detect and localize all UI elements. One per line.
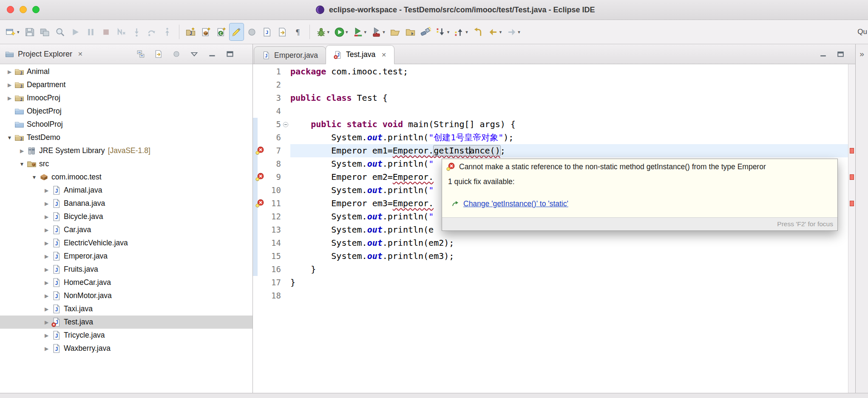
tree-item-animal[interactable]: ▶JAnimal — [0, 65, 252, 78]
code-line-3[interactable]: 3public class Test { — [253, 91, 855, 105]
next-annotation-button[interactable]: ▾ — [434, 23, 452, 41]
code-line-2[interactable]: 2 — [253, 78, 855, 91]
resume-button[interactable] — [68, 23, 83, 41]
maximize-view-icon[interactable] — [836, 50, 845, 59]
code-text[interactable]: public static void main(String[] args) { — [290, 118, 855, 131]
tree-item-car-java[interactable]: ▶JCar.java — [0, 223, 252, 236]
link-with-editor-icon[interactable] — [154, 49, 163, 59]
step-over-button[interactable] — [145, 23, 159, 41]
tab-emperor-java[interactable]: JEmperor.java — [254, 46, 326, 64]
code-text[interactable] — [290, 78, 855, 91]
expand-arrow-icon[interactable]: ▶ — [42, 333, 51, 338]
expand-arrow-icon[interactable]: ▶ — [42, 201, 51, 207]
coverage-button[interactable]: ▾ — [351, 23, 369, 41]
code-text[interactable]: Emperor em1=Emperor.getInstance(); — [290, 144, 855, 157]
code-line-15[interactable]: 15 System.out.println(em3); — [253, 250, 855, 263]
view-menu-icon[interactable] — [190, 49, 199, 59]
new-java-project-button[interactable]: J — [183, 23, 198, 41]
new-java-package-button[interactable] — [199, 23, 213, 41]
collapse-arrow-icon[interactable]: ▼ — [30, 174, 39, 180]
tree-item-banana-java[interactable]: ▶JBanana.java — [0, 197, 252, 210]
toggle-breadcrumb-button[interactable] — [244, 23, 259, 41]
minimized-views-trim[interactable]: » — [855, 44, 868, 393]
code-text[interactable]: } — [290, 276, 855, 289]
tab-test-java[interactable]: JTest.java✕ — [326, 45, 394, 64]
minimize-window-button[interactable] — [20, 6, 27, 13]
expand-arrow-icon[interactable]: ▶ — [5, 82, 14, 88]
suspend-button[interactable] — [83, 23, 98, 41]
show-selected-element-button[interactable]: J — [260, 23, 275, 41]
close-window-button[interactable] — [7, 6, 14, 13]
open-resource-button[interactable] — [388, 23, 403, 41]
tree-item-taxi-java[interactable]: ▶JTaxi.java — [0, 302, 252, 316]
project-explorer-tab[interactable]: Project Explorer ✕ — [5, 50, 83, 59]
code-line-6[interactable]: 6 System.out.println("创建1号皇帝对象"); — [253, 131, 855, 144]
tree-item-tricycle-java[interactable]: ▶JTricycle.java — [0, 329, 252, 342]
save-all-button[interactable] — [37, 23, 52, 41]
collapse-arrow-icon[interactable]: ▼ — [17, 161, 26, 167]
expand-arrow-icon[interactable]: ▶ — [42, 214, 51, 220]
code-line-17[interactable]: 17} — [253, 276, 855, 289]
expand-arrow-icon[interactable]: ▶ — [42, 280, 51, 286]
restore-views-icon[interactable]: » — [859, 49, 864, 393]
expand-arrow-icon[interactable]: ▶ — [17, 148, 26, 154]
fold-gutter[interactable] — [281, 118, 290, 131]
expand-arrow-icon[interactable]: ▶ — [5, 69, 14, 75]
code-line-4[interactable]: 4 — [253, 105, 855, 118]
tree-item-jre-system-library[interactable]: ▶JRE System Library[JavaSE-1.8] — [0, 144, 252, 157]
close-view-icon[interactable]: ✕ — [78, 51, 83, 57]
show-whitespace-button[interactable]: ¶ — [290, 23, 305, 41]
error-ruler-mark[interactable] — [850, 174, 854, 180]
tree-item-src[interactable]: ▼src — [0, 157, 252, 171]
open-file-button[interactable] — [403, 23, 418, 41]
tree-item-bicycle-java[interactable]: ▶JBicycle.java — [0, 210, 252, 223]
tree-item-waxberry-java[interactable]: ▶JWaxberry.java — [0, 342, 252, 355]
expand-arrow-icon[interactable]: ▶ — [42, 267, 51, 273]
tree-item-fruits-java[interactable]: ▶JFruits.java — [0, 263, 252, 276]
minimize-view-icon[interactable] — [819, 50, 828, 59]
error-ruler-mark[interactable] — [850, 201, 854, 206]
code-line-18[interactable]: 18 — [253, 289, 855, 302]
code-text[interactable]: public class Test { — [290, 91, 855, 105]
code-text[interactable]: } — [290, 263, 855, 276]
expand-arrow-icon[interactable]: ▶ — [42, 319, 51, 325]
mark-occurrences-button[interactable] — [229, 23, 244, 41]
annotation-gutter[interactable] — [253, 144, 267, 157]
expand-arrow-icon[interactable]: ▶ — [42, 188, 51, 193]
overview-ruler[interactable] — [848, 64, 855, 393]
zoom-window-button[interactable] — [32, 6, 40, 13]
tree-item-department[interactable]: ▶JDepartment — [0, 78, 252, 91]
run-button[interactable]: ▾ — [332, 23, 350, 41]
code-line-14[interactable]: 14 System.out.println(em2); — [253, 236, 855, 250]
code-text[interactable] — [290, 289, 855, 302]
code-line-5[interactable]: 5 public static void main(String[] args)… — [253, 118, 855, 131]
tree-item-electricvehicle-java[interactable]: ▶JElectricVehicle.java — [0, 236, 252, 250]
back-button[interactable]: ▾ — [486, 23, 504, 41]
annotation-gutter[interactable] — [253, 197, 267, 210]
expand-arrow-icon[interactable]: ▶ — [42, 346, 51, 352]
tree-item-emperor-java[interactable]: ▶JEmperor.java — [0, 250, 252, 263]
collapse-arrow-icon[interactable]: ▼ — [5, 135, 14, 141]
tree-item-schoolproj[interactable]: SchoolProj — [0, 118, 252, 131]
link-with-editor-button[interactable] — [275, 23, 290, 41]
save-button[interactable] — [22, 23, 37, 41]
open-type-button[interactable] — [53, 23, 68, 41]
code-editor[interactable]: 1package com.imooc.test;23public class T… — [253, 64, 855, 393]
code-text[interactable]: System.out.println("创建1号皇帝对象"); — [290, 131, 855, 144]
error-ruler-mark[interactable] — [850, 148, 854, 154]
search-button[interactable] — [418, 23, 433, 41]
code-line-1[interactable]: 1package com.imooc.test; — [253, 65, 855, 78]
new-wizard-button[interactable]: ▾ — [3, 23, 22, 41]
step-into-button[interactable] — [129, 23, 144, 41]
tree-item-imoocproj[interactable]: ▶JImoocProj — [0, 91, 252, 105]
expand-arrow-icon[interactable]: ▶ — [42, 227, 51, 233]
code-line-7[interactable]: 7 Emperor em1=Emperor.getInstance(); — [253, 144, 855, 157]
collapse-all-icon[interactable] — [136, 49, 145, 59]
last-edit-location-button[interactable] — [471, 23, 485, 41]
expand-arrow-icon[interactable]: ▶ — [42, 306, 51, 312]
quick-access-box[interactable]: Qu — [857, 20, 868, 44]
expand-arrow-icon[interactable]: ▶ — [42, 240, 51, 246]
expand-arrow-icon[interactable]: ▶ — [5, 95, 14, 101]
focus-task-icon[interactable] — [172, 49, 181, 59]
code-text[interactable]: System.out.println(em3); — [290, 250, 855, 263]
